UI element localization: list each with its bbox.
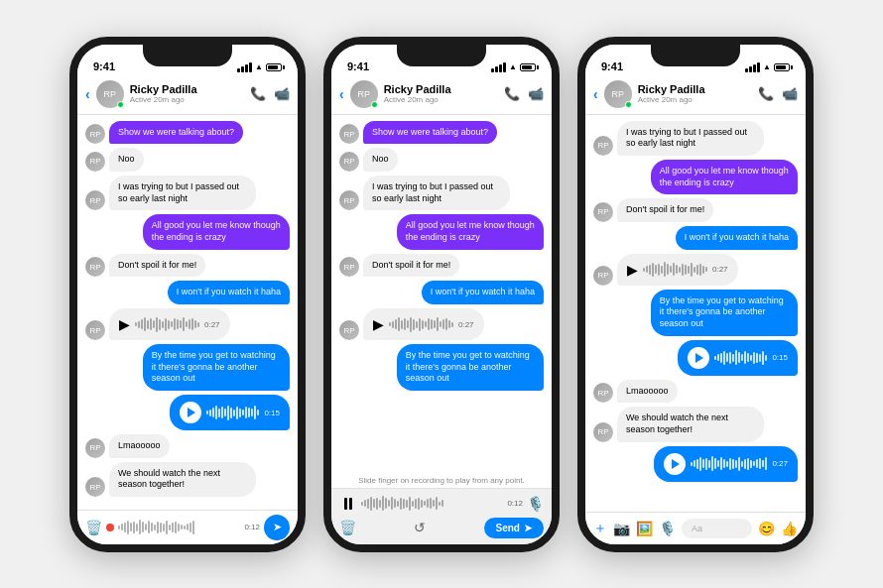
audio-duration: 0:27 — [772, 459, 788, 468]
chat-header: ‹ RP Ricky Padilla Active 20m ago 📞 📹 — [585, 76, 806, 115]
sender-avatar: RP — [85, 152, 105, 172]
pause-button[interactable] — [339, 495, 357, 513]
send-button[interactable]: ➤ — [264, 515, 290, 540]
send-button[interactable]: Send ➤ — [484, 518, 544, 538]
wifi-icon: ▲ — [763, 62, 771, 71]
message-bubble: All good you let me know though the endi… — [397, 214, 544, 249]
phone-icon[interactable]: 📞 — [250, 86, 266, 101]
record-indicator — [106, 524, 114, 531]
video-icon[interactable]: 📹 — [528, 86, 544, 101]
message-row: I won't if you watch it haha — [593, 226, 798, 250]
signal-icon — [237, 62, 252, 72]
sender-avatar: RP — [593, 266, 613, 286]
trash-icon[interactable]: 🗑️ — [85, 520, 102, 535]
back-button[interactable]: ‹ — [85, 86, 90, 102]
online-indicator — [625, 101, 632, 108]
header-actions: 📞 📹 — [250, 86, 290, 101]
audio-duration: 0:27 — [204, 320, 220, 329]
message-row: RP Don't spoil it for me! — [339, 254, 544, 278]
audio-message[interactable]: 0:27 — [654, 446, 798, 482]
image-icon[interactable]: 🖼️ — [636, 521, 653, 536]
message-bubble: Show we were talking about? — [363, 121, 497, 145]
chat-header: ‹ RP Ricky Padilla Active 20m ago 📞 📹 — [77, 76, 298, 115]
video-icon[interactable]: 📹 — [782, 86, 798, 101]
contact-name: Ricky Padilla — [638, 83, 752, 95]
message-row: I won't if you watch it haha — [339, 281, 544, 304]
audio-message[interactable]: 0:15 — [170, 395, 290, 430]
message-row: 0:15 — [593, 340, 798, 376]
message-row: RP ▶ 0:27 — [593, 254, 798, 286]
delete-recording-button[interactable]: 🗑️ — [339, 520, 356, 535]
audio-message[interactable]: ▶ 0:27 — [109, 308, 230, 340]
audio-message[interactable]: ▶ 0:27 — [617, 254, 738, 286]
recording-bar: 🗑️ 0:12 ➤ — [77, 510, 298, 544]
message-row: RP Lmaooooo — [85, 434, 290, 458]
message-row: By the time you get to watching it there… — [339, 344, 544, 391]
phone-icon[interactable]: 📞 — [758, 86, 774, 101]
battery-icon — [266, 63, 282, 71]
message-row: RP I was trying to but I passed out so e… — [339, 176, 544, 210]
back-button[interactable]: ‹ — [593, 86, 598, 102]
plus-icon[interactable]: ＋ — [593, 520, 607, 537]
contact-status: Active 20m ago — [130, 95, 244, 104]
message-row: RP ▶ 0:27 — [339, 308, 544, 340]
refresh-button[interactable]: ↺ — [414, 520, 426, 535]
camera-icon[interactable]: 📷 — [613, 521, 630, 536]
chat-area: RP Show we were talking about? RP Noo RP… — [331, 115, 552, 473]
sender-avatar: RP — [339, 152, 359, 172]
phone-left: 9:41 ▲ ‹ RP Ricky Padilla Active 20m ago… — [69, 37, 306, 552]
header-info: Ricky Padilla Active 20m ago — [638, 83, 752, 104]
back-button[interactable]: ‹ — [339, 86, 344, 102]
message-bubble: I was trying to but I passed out so earl… — [109, 176, 256, 210]
message-row: By the time you get to watching it there… — [85, 344, 290, 391]
play-button[interactable] — [664, 453, 686, 475]
waveform — [714, 349, 767, 367]
message-bubble: Don't spoil it for me! — [363, 254, 459, 278]
mic-icon[interactable]: 🎙️ — [659, 521, 676, 536]
message-row: All good you let me know though the endi… — [85, 214, 290, 249]
message-bubble: All good you let me know though the endi… — [143, 214, 290, 249]
middle-recording-bar: 0:12 🎙️ 🗑️ ↺ Send ➤ — [331, 488, 552, 544]
audio-duration: 0:27 — [712, 265, 728, 274]
avatar: RP — [96, 80, 124, 108]
battery-icon — [774, 63, 790, 71]
header-actions: 📞 📹 — [758, 86, 798, 101]
status-icons: ▲ — [745, 62, 790, 72]
play-icon[interactable]: ▶ — [373, 316, 384, 332]
sender-avatar: RP — [85, 477, 105, 497]
header-info: Ricky Padilla Active 20m ago — [384, 83, 498, 104]
audio-message[interactable]: ▶ 0:27 — [363, 308, 484, 340]
thumbsup-icon[interactable]: 👍 — [781, 521, 798, 536]
play-button[interactable] — [688, 347, 709, 369]
signal-icon — [491, 62, 506, 72]
message-row: RP Lmaooooo — [593, 380, 798, 404]
mic-icon[interactable]: 🎙️ — [527, 496, 544, 512]
phone-icon[interactable]: 📞 — [504, 86, 520, 101]
header-info: Ricky Padilla Active 20m ago — [130, 83, 244, 104]
avatar: RP — [604, 80, 632, 108]
video-icon[interactable]: 📹 — [274, 86, 290, 101]
message-bubble: I was trying to but I passed out so earl… — [617, 121, 764, 156]
sender-avatar: RP — [593, 422, 613, 442]
emoji-icon[interactable]: 😊 — [758, 521, 775, 536]
chat-header: ‹ RP Ricky Padilla Active 20m ago 📞 📹 — [331, 76, 552, 115]
message-row: RP I was trying to but I passed out so e… — [593, 121, 798, 156]
message-row: RP Don't spoil it for me! — [85, 254, 290, 278]
audio-message[interactable]: 0:15 — [678, 340, 798, 376]
message-row: 0:15 — [85, 395, 290, 430]
contact-status: Active 20m ago — [638, 95, 752, 104]
contact-name: Ricky Padilla — [130, 83, 244, 95]
play-button[interactable] — [180, 402, 201, 423]
wifi-icon: ▲ — [509, 62, 517, 71]
message-bubble: Lmaooooo — [617, 380, 678, 404]
play-icon[interactable]: ▶ — [119, 316, 130, 332]
send-arrow-icon: ➤ — [524, 523, 532, 533]
message-bubble: I won't if you watch it haha — [422, 281, 544, 304]
message-bubble: I won't if you watch it haha — [168, 281, 290, 304]
play-icon[interactable]: ▶ — [627, 262, 638, 278]
record-duration: 0:12 — [244, 523, 260, 531]
sender-avatar: RP — [85, 124, 105, 144]
header-actions: 📞 📹 — [504, 86, 544, 101]
text-input[interactable]: Aa — [682, 519, 752, 538]
chat-area: RP Show we were talking about? RP Noo RP… — [77, 115, 298, 510]
